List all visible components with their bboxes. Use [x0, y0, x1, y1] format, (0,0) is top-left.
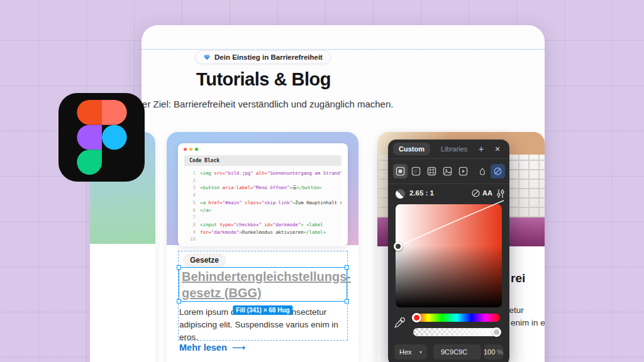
- tab-libraries[interactable]: Libraries: [435, 143, 473, 155]
- fill-type-row: [388, 163, 509, 182]
- right-card-heading-fragment: rei: [511, 272, 525, 285]
- no-contrast-icon[interactable]: [471, 189, 480, 198]
- code-lines: 1<img src="bild.jpg" alt="Sonnenuntergan…: [184, 166, 341, 246]
- opacity-slider[interactable]: [413, 328, 500, 336]
- article-heading-link[interactable]: Behindertengleichstellungs-gesetz (BGG): [182, 268, 345, 301]
- figma-canvas: Dein Einstieg in Barrierefreiheit Tutori…: [0, 0, 644, 362]
- contrast-curve: [396, 204, 502, 307]
- hue-slider-handle[interactable]: [412, 313, 421, 322]
- pattern-fill-icon[interactable]: [425, 164, 439, 178]
- code-block-title: Code Block: [184, 155, 341, 166]
- traffic-yellow-icon: [189, 148, 192, 151]
- color-field-handle[interactable]: [394, 242, 402, 251]
- page-title: Tutorials & Blog: [196, 69, 331, 90]
- opacity-input[interactable]: 100 %: [484, 344, 503, 359]
- page-subtitle: ser Ziel: Barrierefreiheit verständlich …: [138, 99, 394, 109]
- selection-handle-top-right[interactable]: [345, 265, 349, 270]
- contrast-row: 2.65 : 1 AA: [388, 186, 509, 202]
- code-line: 2: [187, 177, 341, 185]
- figma-logo-mark: [77, 100, 127, 175]
- color-picker-header: Custom Libraries + ×: [388, 140, 509, 159]
- contrast-checker-icon[interactable]: [491, 164, 505, 178]
- code-line: 9for="darkmode">Dunkelmodus aktivieren</…: [187, 229, 341, 236]
- window-traffic-lights: [184, 148, 198, 151]
- code-line: 4: [187, 192, 341, 199]
- code-line: 8<input type="checkbox" id="darkmode"> <…: [187, 221, 341, 229]
- solid-fill-icon[interactable]: [393, 164, 408, 178]
- close-panel-button[interactable]: ×: [492, 143, 503, 155]
- intro-badge-label: Dein Einstieg in Barrierefreiheit: [214, 53, 323, 61]
- traffic-green-icon: [195, 148, 198, 151]
- video-fill-icon[interactable]: [456, 164, 470, 178]
- saturation-brightness-field[interactable]: [396, 204, 502, 307]
- opacity-slider-handle[interactable]: [492, 327, 501, 337]
- tab-custom[interactable]: Custom: [393, 143, 430, 155]
- gradient-fill-icon[interactable]: [409, 164, 423, 178]
- contrast-settings-icon[interactable]: [496, 189, 505, 199]
- color-format-select[interactable]: Hex ▾: [394, 344, 427, 359]
- code-line: 7: [187, 214, 341, 221]
- gem-icon: [203, 53, 211, 61]
- intro-badge: Dein Einstieg in Barrierefreiheit: [195, 50, 331, 64]
- chevron-down-icon: ▾: [419, 349, 422, 355]
- code-line: 3<button aria-label="Menü öffnen">☰</but…: [187, 184, 341, 192]
- tutorial-card-main[interactable]: Code Block 1<img src="bild.jpg" alt="Son…: [167, 132, 358, 362]
- selection-size-label: Fill (341) × 68 Hug: [233, 305, 292, 315]
- section-guide-line: [142, 49, 545, 50]
- code-line: 6</a>: [187, 207, 341, 214]
- panel-divider: [388, 184, 509, 184]
- read-more-link[interactable]: Mehr lesen ⟶: [179, 342, 245, 353]
- code-line: 10: [187, 236, 341, 243]
- selection-handle-bottom-right[interactable]: [345, 299, 349, 304]
- aa-level-label[interactable]: AA: [482, 189, 492, 197]
- code-editor-window: Code Block 1<img src="bild.jpg" alt="Son…: [178, 143, 348, 246]
- color-picker-panel: Custom Libraries + ×: [388, 140, 509, 362]
- hex-value-input[interactable]: 9C9C9C: [433, 344, 481, 359]
- arrow-right-icon: ⟶: [232, 342, 246, 353]
- hue-slider[interactable]: [413, 314, 500, 322]
- traffic-red-icon: [184, 148, 187, 151]
- contrast-ratio-value: 2.65 : 1: [409, 189, 434, 197]
- figma-logo: [58, 93, 145, 182]
- text-selection-box[interactable]: Behindertengleichstellungs-gesetz (BGG) …: [179, 267, 347, 302]
- code-line: 5<a href="#main" class="skip-link">Zum H…: [187, 199, 341, 207]
- selection-handle-top-left[interactable]: [177, 265, 181, 270]
- category-tag[interactable]: Gesetze: [183, 253, 226, 267]
- right-card-body-fragment-2: enim in er: [511, 318, 545, 327]
- contrast-icon: [396, 189, 405, 199]
- droplet-icon[interactable]: [475, 164, 489, 178]
- color-value-row: Hex ▾ 9C9C9C 100 %: [388, 344, 509, 359]
- add-color-button[interactable]: +: [475, 143, 487, 155]
- image-fill-icon[interactable]: [440, 164, 455, 178]
- selection-handle-bottom-left[interactable]: [177, 299, 181, 304]
- eyedropper-icon[interactable]: [394, 317, 405, 329]
- code-line: 1<img src="bild.jpg" alt="Sonnenuntergan…: [187, 170, 341, 177]
